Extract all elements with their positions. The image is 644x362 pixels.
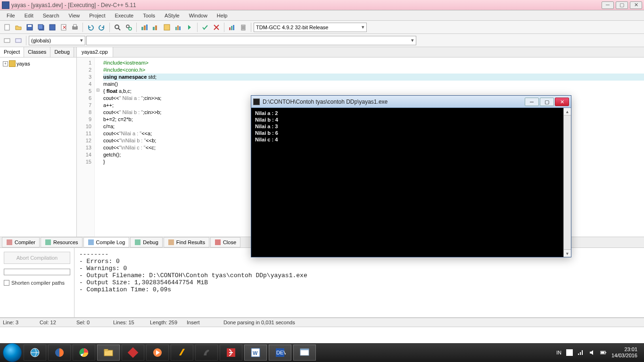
menu-project[interactable]: Project (84, 11, 110, 20)
debug-stop-icon[interactable] (211, 22, 222, 33)
compile-run-icon[interactable] (162, 22, 172, 33)
close-file-icon[interactable]: ✕ (58, 22, 69, 33)
tray-battery-icon[interactable] (600, 349, 607, 356)
menu-search[interactable]: Search (38, 11, 64, 20)
member-combo[interactable]: ▾ (86, 36, 416, 45)
checkbox-icon[interactable] (4, 280, 9, 286)
status-mode: Insert (187, 320, 215, 325)
menu-tools[interactable]: Tools (138, 11, 160, 20)
left-tab-classes[interactable]: Classes (24, 47, 50, 57)
debug-check-icon[interactable] (200, 22, 210, 33)
console-scrollbar[interactable]: ▴ ▾ (563, 108, 571, 257)
new-file-icon[interactable] (2, 22, 12, 33)
rebuild-icon[interactable] (173, 22, 183, 33)
window-titlebar: yayas - [yayas1.dev] - [Executing] - Dev… (0, 0, 644, 10)
scope-combo[interactable]: (globals)▾ (29, 36, 85, 45)
tray-volume-icon[interactable] (589, 349, 595, 356)
open-icon[interactable] (13, 22, 24, 33)
svg-rect-58 (605, 352, 606, 353)
undo-icon[interactable] (85, 22, 96, 33)
taskbar-media-icon[interactable] (146, 345, 169, 361)
menu-help[interactable]: Help (212, 11, 232, 20)
left-tab-project[interactable]: Project (0, 47, 24, 57)
taskbar-dino-icon[interactable] (195, 345, 218, 361)
taskbar-devcpp-icon[interactable]: DEV (269, 345, 291, 361)
taskbar-explorer-icon[interactable] (97, 345, 120, 361)
scroll-down-icon[interactable]: ▾ (564, 249, 571, 257)
start-button[interactable] (3, 343, 22, 362)
bottom-tab-debug[interactable]: Debug (130, 237, 162, 247)
print-icon[interactable] (70, 22, 80, 33)
replace-icon[interactable] (124, 22, 134, 33)
left-tab-debug[interactable]: Debug (50, 47, 74, 57)
svg-rect-55 (580, 352, 581, 355)
console-output[interactable]: Nilai a : 2 Nilai b : 4Nilai a : 3Nilai … (251, 108, 571, 257)
goto-decl-icon[interactable] (2, 35, 12, 46)
tray-time[interactable]: 23:01 (611, 346, 637, 353)
file-tab[interactable]: yayas2.cpp (77, 47, 113, 57)
taskbar-console-icon[interactable] (293, 345, 316, 361)
close-button[interactable]: ✕ (630, 1, 642, 9)
profile-icon[interactable] (227, 22, 237, 33)
system-tray[interactable]: IN 23:01 14/03/2016 (556, 346, 641, 359)
tray-network-icon[interactable] (578, 349, 584, 356)
console-close-button[interactable]: ✕ (555, 98, 569, 106)
taskbar-word-icon[interactable]: W (244, 345, 267, 361)
menu-file[interactable]: File (2, 11, 20, 20)
taskbar-ie-icon[interactable] (24, 345, 46, 361)
bottom-tab-resources[interactable]: Resources (41, 237, 83, 247)
goto-impl-icon[interactable] (13, 35, 24, 46)
save-as-icon[interactable] (47, 22, 58, 33)
bottom-tab-find-results[interactable]: Find Results (164, 237, 209, 247)
maximize-button[interactable]: ▢ (616, 1, 628, 9)
bottom-tab-compile-log[interactable]: Compile Log (83, 237, 130, 247)
scroll-up-icon[interactable]: ▴ (564, 108, 571, 115)
svg-rect-32 (7, 239, 12, 245)
svg-rect-23 (229, 27, 231, 30)
svg-rect-34 (88, 239, 94, 245)
compile-icon[interactable] (139, 22, 149, 33)
svg-rect-54 (582, 350, 583, 355)
find-icon[interactable] (112, 22, 123, 33)
redo-icon[interactable] (97, 22, 107, 33)
taskbar-app-icon[interactable] (122, 345, 144, 361)
tray-date[interactable]: 14/03/2016 (611, 353, 637, 359)
compiler-selector[interactable]: TDM-GCC 4.9.2 32-bit Release▾ (254, 23, 367, 32)
bottom-tab-close[interactable]: Close (210, 237, 240, 247)
taskbar-firefox-icon[interactable] (48, 345, 71, 361)
tray-flag-icon[interactable] (566, 349, 573, 356)
console-maximize-button[interactable]: ▢ (540, 98, 554, 106)
clean-icon[interactable] (238, 22, 248, 33)
save-icon[interactable] (25, 22, 35, 33)
console-titlebar[interactable]: D:\CONTOH\Contoh tyas\contoh DDp\yayas1.… (251, 96, 571, 108)
run-icon[interactable] (150, 22, 161, 33)
minimize-button[interactable]: ─ (602, 1, 614, 9)
console-window[interactable]: D:\CONTOH\Contoh tyas\contoh DDp\yayas1.… (251, 95, 571, 257)
debug-icon[interactable] (184, 22, 195, 33)
bottom-tab-compiler[interactable]: Compiler (2, 237, 40, 247)
menu-view[interactable]: View (64, 11, 85, 20)
taskbar[interactable]: W DEV IN 23:01 14/03/2016 (0, 343, 644, 362)
compile-log-text[interactable]: -------- - Errors: 0 - Warnings: 0 - Out… (74, 248, 644, 317)
tree-root-item[interactable]: + yayas (2, 59, 74, 68)
taskbar-winamp-icon[interactable] (171, 345, 193, 361)
menu-edit[interactable]: Edit (20, 11, 38, 20)
project-tree[interactable]: + yayas (0, 58, 76, 237)
menu-window[interactable]: Window (184, 11, 212, 20)
menu-astyle[interactable]: AStyle (160, 11, 184, 20)
svg-rect-25 (233, 25, 234, 30)
taskbar-acrobat-icon[interactable] (220, 345, 242, 361)
tray-lang[interactable]: IN (556, 350, 561, 355)
svg-rect-36 (168, 239, 174, 245)
menu-execute[interactable]: Execute (110, 11, 138, 20)
shorten-paths-checkbox[interactable]: Shorten compiler paths (4, 280, 70, 286)
svg-rect-35 (135, 239, 140, 245)
console-minimize-button[interactable]: ─ (525, 98, 539, 106)
taskbar-chrome-icon[interactable] (73, 345, 95, 361)
abort-compilation-button: Abort Compilation (4, 252, 70, 264)
svg-rect-33 (45, 239, 51, 245)
app-icon (2, 1, 9, 9)
expand-icon[interactable]: + (3, 61, 8, 66)
save-all-icon[interactable] (36, 22, 46, 33)
svg-point-13 (129, 27, 132, 30)
